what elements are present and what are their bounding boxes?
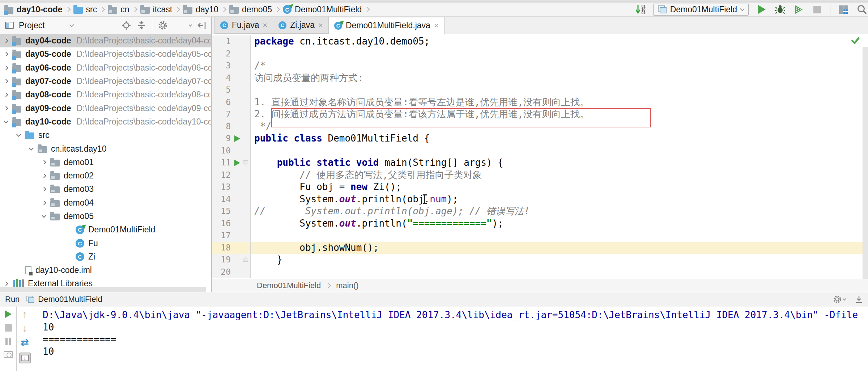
editor-breadcrumb-item[interactable]: Demo01MultiField	[257, 281, 321, 290]
close-icon[interactable]: ×	[434, 22, 439, 30]
tree-item-label: src	[38, 130, 50, 140]
tree-item-demo04[interactable]: demo04	[0, 196, 211, 210]
close-icon[interactable]: ×	[318, 21, 323, 29]
breadcrumb-item-day10-code[interactable]: day10-code	[4, 5, 63, 14]
tree-item-cn.itcast.day10[interactable]: cn.itcast.day10	[0, 142, 211, 155]
run-line-icon[interactable]	[234, 160, 240, 166]
pin-output-icon[interactable]	[19, 353, 31, 363]
tree-item-label: demo04	[64, 198, 94, 208]
breadcrumb-item-day10[interactable]: day10	[183, 5, 218, 14]
hide-icon[interactable]	[855, 295, 863, 304]
line-number: 16	[212, 218, 234, 230]
gutter: 8	[212, 121, 251, 133]
tree-item-demo01[interactable]: demo01	[0, 156, 211, 169]
tree-item-Demo01MultiField[interactable]: Demo01MultiField	[0, 223, 211, 236]
project-panel: Project day04-codeD:\IdeaProjects\basic-…	[0, 17, 212, 292]
tree-item-day06-code[interactable]: day06-codeD:\IdeaProjects\basic-code\day…	[0, 61, 211, 75]
tree-item-src[interactable]: src	[0, 128, 211, 142]
run-button[interactable]	[756, 4, 767, 15]
stop-button[interactable]	[5, 324, 12, 332]
tree-item-day05-code[interactable]: day05-codeD:\IdeaProjects\basic-code\day…	[0, 47, 211, 61]
debug-button[interactable]	[775, 4, 786, 15]
breadcrumb-label: cn	[120, 5, 129, 14]
chevron-down-icon	[42, 213, 46, 218]
settings-icon[interactable]	[158, 21, 192, 30]
tree-item-day04-code[interactable]: day04-codeD:\IdeaProjects\basic-code\day…	[0, 34, 211, 47]
tree-item-day09-code[interactable]: day09-codeD:\IdeaProjects\basic-code\day…	[0, 101, 211, 115]
rerun-button[interactable]	[5, 310, 12, 318]
settings-icon[interactable]	[833, 295, 846, 304]
fold-marker-icon[interactable]	[243, 160, 248, 166]
breadcrumb-item-cn[interactable]: cn	[108, 5, 129, 14]
tree-item-day07-code[interactable]: day07-codeD:\IdeaProjects\basic-code\day…	[0, 75, 211, 88]
class-icon	[76, 252, 84, 261]
tab-Zi.java[interactable]: Zi.java×	[273, 17, 329, 34]
tree-item-day08-code[interactable]: day08-codeD:\IdeaProjects\basic-code\day…	[0, 88, 211, 101]
class-icon	[76, 239, 84, 248]
gutter: 14	[212, 193, 251, 206]
gutter-icons	[234, 242, 250, 254]
gutter-icons[interactable]	[234, 157, 250, 169]
gutter: 19	[212, 254, 251, 266]
gutter: 10	[212, 145, 251, 157]
code-line: 14 System.out.println(obj.num);	[212, 193, 868, 206]
package-icon	[229, 7, 239, 14]
breadcrumb: day10-codesrccnitcastday10demo05Demo01Mu…	[4, 5, 369, 14]
stop-button[interactable]	[812, 4, 822, 15]
tab-Fu.java[interactable]: Fu.java×	[214, 17, 273, 34]
pause-button[interactable]	[5, 338, 11, 345]
code-text: 2. 间接通过成员方法访问成员变量:看该方法属于谁,优先用谁,没有则向上找。	[251, 108, 589, 121]
run-line-icon[interactable]	[234, 135, 240, 142]
editor-scrollbar[interactable]	[863, 47, 868, 279]
gutter-icons[interactable]	[234, 254, 250, 266]
tree-item-Zi[interactable]: Zi	[0, 250, 211, 264]
editor[interactable]: 1package cn.itcast.day10.demo05;23/*4访问成…	[212, 34, 868, 279]
down-stack-icon[interactable]: ↓	[22, 324, 27, 332]
chevron-down-icon[interactable]	[69, 22, 74, 27]
tree-item-path: D:\IdeaProjects\basic-code\day07-code	[77, 76, 211, 86]
run-badge-icon	[81, 223, 87, 229]
run-panel-title: Run	[5, 295, 20, 304]
breadcrumb-item-Demo01MultiField[interactable]: Demo01MultiField	[283, 5, 362, 14]
folder-icon	[73, 7, 83, 14]
hide-panel-icon[interactable]	[197, 21, 206, 30]
main-toolbar: 011001 Demo01MultiField	[635, 3, 868, 16]
code-line: 5	[212, 84, 868, 96]
screenshot-button[interactable]	[4, 351, 13, 358]
tree-item-demo05[interactable]: demo05	[0, 210, 211, 223]
up-stack-icon[interactable]: ↑	[22, 310, 27, 318]
breadcrumb-item-demo05[interactable]: demo05	[229, 5, 272, 14]
chevron-down-icon	[4, 119, 8, 123]
structure-grid-icon[interactable]	[838, 4, 849, 15]
fold-end-icon[interactable]	[243, 256, 248, 262]
console-line: 10	[43, 346, 868, 358]
tree-item-label: day09-code	[25, 104, 71, 113]
tree-item-Fu[interactable]: Fu	[0, 236, 211, 250]
restore-layout-icon[interactable]: ⇄	[21, 338, 29, 346]
project-tree: day04-codeD:\IdeaProjects\basic-code\day…	[0, 34, 211, 292]
search-icon[interactable]	[856, 4, 867, 15]
run-config-select[interactable]: Demo01MultiField	[653, 4, 749, 16]
horizontal-scrollbar[interactable]	[0, 287, 206, 292]
locate-icon[interactable]	[122, 21, 131, 30]
code-lines: 1package cn.itcast.day10.demo05;23/*4访问成…	[212, 34, 868, 278]
sort-lines-icon[interactable]: 011001	[635, 4, 646, 14]
tree-item-day10-code.iml[interactable]: day10-code.iml	[0, 264, 211, 277]
tree-item-demo03[interactable]: demo03	[0, 182, 211, 196]
tree-item-label: cn.itcast.day10	[51, 144, 106, 154]
close-icon[interactable]: ×	[263, 21, 267, 29]
tree-item-day10-code[interactable]: day10-codeD:\IdeaProjects\basic-code\day…	[0, 115, 211, 128]
breadcrumb-item-itcast[interactable]: itcast	[140, 5, 173, 14]
ide-window: { "breadcrumb": { "items": [ {"label":"d…	[0, 0, 868, 371]
tab-Demo01MultiField.java[interactable]: Demo01MultiField.java×	[329, 17, 444, 34]
breadcrumb-item-src[interactable]: src	[73, 5, 97, 14]
tab-label: Zi.java	[290, 20, 315, 30]
collapse-all-icon[interactable]	[137, 21, 146, 30]
code-text: /*	[251, 60, 265, 72]
run-tab[interactable]: Demo01MultiField	[24, 295, 104, 304]
console-output: D:\Java\jdk-9.0.4\bin\java "-javaagent:D…	[33, 307, 868, 371]
gutter-icons[interactable]	[234, 132, 250, 145]
editor-breadcrumb-item[interactable]: main()	[336, 281, 358, 290]
tree-item-demo02[interactable]: demo02	[0, 169, 211, 182]
coverage-button[interactable]	[793, 4, 804, 15]
